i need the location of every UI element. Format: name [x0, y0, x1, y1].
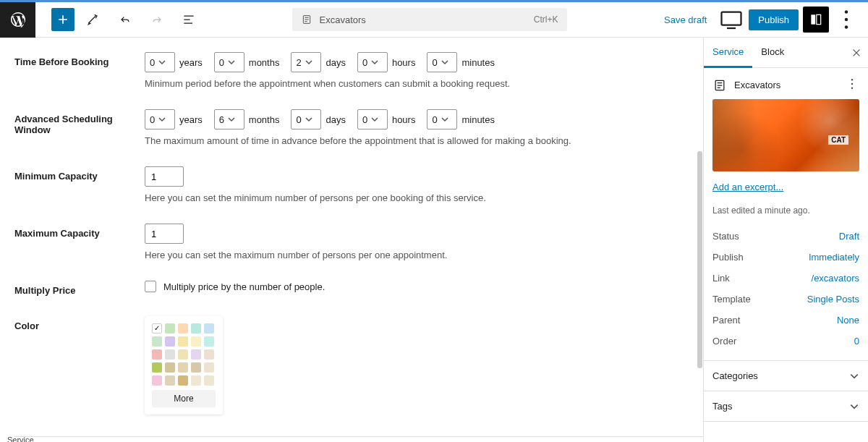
color-swatch[interactable]: [204, 362, 214, 373]
color-palette: More: [145, 316, 223, 415]
color-swatch[interactable]: [191, 349, 201, 360]
settings-toggle-button[interactable]: [803, 7, 829, 33]
color-swatch[interactable]: [191, 375, 201, 386]
post-type-icon: [712, 78, 727, 93]
color-label: Color: [14, 316, 145, 331]
svg-rect-1: [722, 12, 741, 25]
publish-button[interactable]: Publish: [749, 9, 799, 30]
color-swatch[interactable]: [178, 349, 188, 360]
unit-hours-label: hours: [392, 114, 416, 125]
close-sidebar-button[interactable]: [849, 46, 864, 60]
time-before-help: Minimum period before the appointment wh…: [145, 78, 703, 89]
add-excerpt-link[interactable]: Add an excerpt...: [712, 182, 783, 192]
panel-tags[interactable]: Tags: [704, 391, 868, 422]
adv-window-label: Advanced Scheduling Window: [14, 109, 145, 135]
tools-button[interactable]: [80, 7, 106, 33]
adv-window-months-select[interactable]: 6: [214, 109, 244, 129]
document-title: Excavators: [320, 14, 366, 25]
color-swatch[interactable]: [191, 362, 201, 373]
document-overview-button[interactable]: [176, 7, 202, 33]
svg-point-9: [851, 83, 854, 85]
color-swatch[interactable]: [204, 349, 214, 360]
color-swatch[interactable]: [204, 336, 214, 347]
redo-button[interactable]: [144, 7, 170, 33]
unit-minutes-label: minutes: [461, 57, 495, 68]
multiply-price-checkbox[interactable]: [145, 281, 156, 292]
content-scrollbar[interactable]: [697, 35, 703, 442]
adv-window-hours-select[interactable]: 0: [357, 109, 388, 129]
meta-status-value[interactable]: Draft: [839, 231, 859, 242]
unit-years-label: years: [179, 114, 203, 125]
document-title-bar[interactable]: Excavators Ctrl+K: [292, 8, 567, 31]
color-swatch[interactable]: [165, 336, 175, 347]
svg-rect-3: [817, 14, 821, 24]
time-before-booking-label: Time Before Booking: [14, 52, 145, 67]
max-capacity-input[interactable]: [145, 224, 184, 244]
color-swatch[interactable]: [152, 375, 162, 386]
svg-point-6: [845, 25, 848, 29]
color-swatch[interactable]: [178, 362, 188, 373]
wordpress-logo[interactable]: [0, 2, 35, 38]
color-swatch[interactable]: [165, 349, 175, 360]
adv-window-years-select[interactable]: 0: [145, 109, 175, 129]
unit-days-label: days: [326, 57, 345, 68]
time-before-months-select[interactable]: 0: [214, 52, 244, 72]
chevron-down-icon: [849, 401, 859, 412]
adv-window-days-select[interactable]: 0: [291, 109, 321, 129]
featured-image[interactable]: [712, 99, 859, 171]
color-swatch[interactable]: [178, 323, 188, 333]
meta-order-key: Order: [712, 336, 736, 347]
shortcut-hint: Ctrl+K: [534, 14, 558, 25]
meta-publish-key: Publish: [712, 252, 744, 263]
unit-months-label: months: [249, 114, 280, 125]
svg-rect-2: [811, 14, 815, 24]
color-swatch[interactable]: [152, 362, 162, 373]
time-before-minutes-select[interactable]: 0: [427, 52, 457, 72]
color-swatch[interactable]: [152, 336, 162, 347]
meta-order-value[interactable]: 0: [854, 336, 859, 347]
color-swatch[interactable]: [152, 349, 162, 360]
svg-point-4: [845, 10, 848, 14]
block-editor-canvas: Time Before Booking 0 years 0 months 2 d…: [0, 38, 703, 442]
svg-point-5: [845, 18, 848, 22]
more-colors-button[interactable]: More: [152, 390, 216, 407]
svg-point-8: [851, 79, 854, 81]
color-swatch[interactable]: [178, 336, 188, 347]
time-before-years-select[interactable]: 0: [145, 52, 175, 72]
color-swatch[interactable]: [165, 375, 175, 386]
color-swatch[interactable]: [165, 323, 175, 333]
panel-categories[interactable]: Categories: [704, 361, 868, 391]
color-swatch[interactable]: [191, 336, 201, 347]
options-menu-button[interactable]: [833, 7, 859, 33]
meta-link-key: Link: [712, 273, 730, 284]
meta-publish-value[interactable]: Immediately: [809, 252, 859, 263]
multiply-price-checkbox-label: Multiply price by the number of people.: [163, 281, 325, 292]
color-swatch[interactable]: [204, 375, 214, 386]
save-draft-button[interactable]: Save draft: [657, 10, 714, 30]
time-before-days-select[interactable]: 2: [291, 52, 321, 72]
chevron-down-icon: [849, 371, 859, 381]
color-swatch[interactable]: [191, 323, 201, 333]
min-capacity-input[interactable]: [145, 166, 184, 187]
meta-parent-value[interactable]: None: [837, 315, 859, 326]
breadcrumb[interactable]: Service: [7, 435, 34, 442]
add-block-button[interactable]: [51, 8, 75, 31]
unit-years-label: years: [179, 57, 203, 68]
sidebar-actions-menu[interactable]: [845, 77, 859, 93]
meta-template-value[interactable]: Single Posts: [807, 294, 859, 305]
preview-button[interactable]: [718, 7, 744, 33]
max-capacity-help: Here you can set the maximum number of p…: [145, 250, 703, 260]
time-before-hours-select[interactable]: 0: [357, 52, 388, 72]
multiply-price-label: Multiply Price: [14, 281, 145, 296]
undo-button[interactable]: [112, 7, 138, 33]
adv-window-minutes-select[interactable]: 0: [427, 109, 457, 129]
meta-template-key: Template: [712, 294, 751, 305]
color-swatch[interactable]: [178, 375, 188, 386]
meta-link-value[interactable]: /excavators: [812, 273, 859, 284]
tab-block[interactable]: Block: [752, 38, 793, 67]
color-swatch[interactable]: [204, 323, 214, 333]
post-type-icon: [301, 14, 312, 25]
color-swatch[interactable]: [165, 362, 175, 373]
color-swatch[interactable]: [152, 323, 162, 333]
tab-service[interactable]: Service: [704, 38, 752, 68]
